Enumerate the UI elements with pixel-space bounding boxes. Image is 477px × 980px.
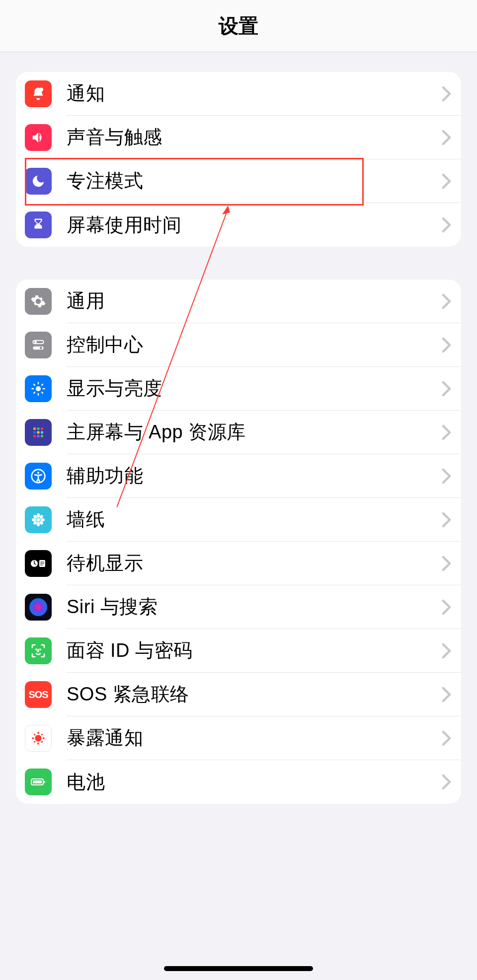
page-title: 设置 [219, 12, 258, 40]
row-sos[interactable]: SOS SOS 紧急联络 [16, 673, 461, 716]
svg-line-11 [42, 392, 43, 393]
svg-point-29 [40, 518, 45, 521]
svg-rect-53 [44, 781, 45, 783]
row-notifications[interactable]: 通知 [16, 72, 461, 116]
row-control-center[interactable]: 控制中心 [16, 323, 461, 367]
svg-point-44 [37, 732, 39, 734]
exposure-icon [25, 725, 52, 752]
battery-icon [25, 769, 52, 795]
row-label: 电池 [67, 770, 442, 795]
svg-point-40 [29, 598, 47, 616]
svg-rect-20 [33, 435, 36, 437]
chevron-right-icon [442, 338, 451, 352]
gear-icon [25, 288, 52, 315]
row-display-brightness[interactable]: 显示与亮度 [16, 367, 461, 411]
row-label: 屏幕使用时间 [67, 212, 442, 238]
flower-icon [25, 506, 52, 533]
bell-icon [25, 80, 52, 107]
apps-icon [25, 419, 52, 446]
svg-rect-15 [37, 427, 40, 430]
svg-line-13 [42, 384, 43, 385]
chevron-right-icon [442, 174, 451, 189]
row-label: 专注模式 [67, 168, 442, 194]
row-general[interactable]: 通用 [16, 280, 461, 323]
svg-rect-54 [33, 780, 42, 783]
svg-point-49 [41, 734, 43, 735]
header: 设置 [0, 0, 477, 52]
chevron-right-icon [442, 217, 451, 232]
svg-point-4 [40, 347, 42, 350]
chevron-right-icon [442, 774, 451, 789]
row-accessibility[interactable]: 辅助功能 [16, 454, 461, 498]
chevron-right-icon [442, 469, 451, 484]
chevron-right-icon [442, 130, 451, 145]
row-exposure-notification[interactable]: 暴露通知 [16, 716, 461, 760]
svg-point-43 [35, 735, 41, 741]
svg-rect-14 [33, 427, 36, 430]
toggles-icon [25, 332, 52, 358]
row-siri-search[interactable]: Siri 与搜索 [16, 585, 461, 629]
row-screen-time[interactable]: 屏幕使用时间 [16, 203, 461, 247]
chevron-right-icon [442, 600, 451, 615]
svg-rect-19 [41, 431, 43, 434]
svg-point-28 [32, 518, 36, 521]
row-home-screen[interactable]: 主屏幕与 App 资源库 [16, 411, 461, 454]
svg-point-48 [34, 734, 35, 735]
svg-rect-22 [41, 435, 43, 437]
chevron-right-icon [442, 643, 451, 658]
svg-point-47 [43, 737, 45, 739]
chevron-right-icon [442, 294, 451, 309]
svg-rect-18 [37, 431, 40, 434]
row-label: 辅助功能 [67, 463, 442, 489]
row-label: 显示与亮度 [67, 376, 442, 401]
settings-group-2: 通用 控制中心 显示与亮度 [16, 280, 461, 804]
row-faceid-passcode[interactable]: 面容 ID 与密码 [16, 629, 461, 673]
row-label: Siri 与搜索 [67, 594, 442, 620]
svg-point-25 [36, 518, 40, 522]
row-label: 待机显示 [67, 551, 442, 576]
row-focus[interactable]: 专注模式 [16, 159, 461, 203]
hourglass-icon [25, 211, 52, 238]
svg-point-26 [37, 513, 40, 518]
svg-point-41 [36, 649, 36, 650]
row-wallpaper[interactable]: 墙纸 [16, 498, 461, 542]
row-label: 暴露通知 [67, 725, 442, 751]
settings-group-1: 通知 声音与触感 专注模式 [16, 72, 461, 247]
svg-point-42 [40, 649, 40, 650]
row-label: 主屏幕与 App 资源库 [67, 420, 442, 445]
svg-point-51 [41, 741, 43, 743]
row-sounds[interactable]: 声音与触感 [16, 116, 461, 159]
svg-line-10 [34, 384, 35, 385]
svg-point-27 [37, 522, 40, 526]
row-label: 控制中心 [67, 332, 442, 357]
svg-point-5 [36, 386, 41, 391]
svg-point-45 [37, 743, 39, 745]
chevron-right-icon [442, 556, 451, 571]
home-indicator[interactable] [164, 966, 313, 971]
svg-point-0 [40, 88, 44, 92]
chevron-right-icon [442, 86, 451, 101]
svg-rect-16 [41, 427, 43, 430]
chevron-right-icon [442, 512, 451, 527]
chevron-right-icon [442, 381, 451, 396]
chevron-right-icon [442, 687, 451, 702]
speaker-icon [25, 124, 52, 151]
accessibility-icon [25, 463, 52, 490]
faceid-icon [25, 637, 52, 664]
svg-line-12 [34, 392, 35, 393]
siri-icon [25, 594, 52, 621]
standby-icon [25, 550, 52, 577]
sos-icon: SOS [25, 681, 52, 708]
row-label: 声音与触感 [67, 125, 442, 150]
row-battery[interactable]: 电池 [16, 760, 461, 804]
chevron-right-icon [442, 425, 451, 440]
row-standby[interactable]: 待机显示 [16, 542, 461, 585]
svg-point-46 [32, 737, 34, 739]
svg-point-50 [34, 741, 35, 743]
row-label: 通知 [67, 81, 442, 106]
svg-point-2 [34, 341, 37, 344]
settings-content: 通知 声音与触感 专注模式 [0, 52, 477, 804]
sun-icon [25, 375, 52, 402]
svg-rect-21 [37, 435, 40, 437]
row-label: 面容 ID 与密码 [67, 638, 442, 663]
